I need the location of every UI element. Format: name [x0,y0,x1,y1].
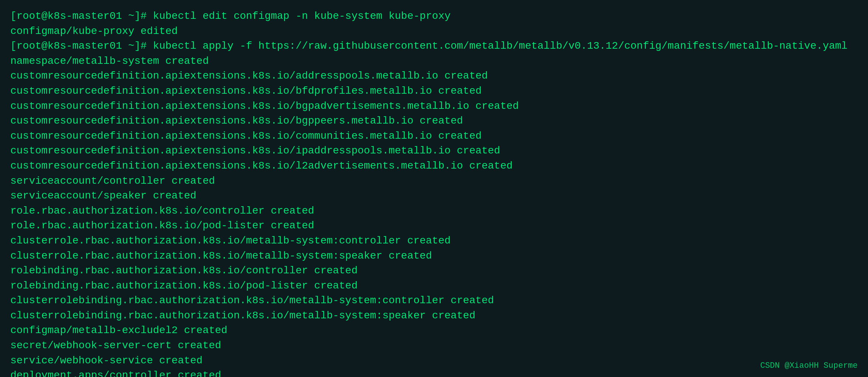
terminal-output: secret/webhook-server-cert created [10,338,858,353]
terminal-output: serviceaccount/controller created [10,174,858,189]
terminal-output: role.rbac.authorization.k8s.io/pod-liste… [10,218,858,234]
terminal-output: deployment.apps/controller created [10,368,858,377]
terminal-output: role.rbac.authorization.k8s.io/controlle… [10,204,858,219]
terminal-output: clusterrolebinding.rbac.authorization.k8… [10,293,858,308]
terminal-output: serviceaccount/speaker created [10,188,858,204]
terminal-output: namespace/metallb-system created [10,54,858,69]
terminal-output: customresourcedefinition.apiextensions.k… [10,114,858,129]
terminal-output: rolebinding.rbac.authorization.k8s.io/po… [10,279,858,294]
terminal-output: configmap/kube-proxy edited [10,24,858,39]
terminal-content: [root@k8s-master01 ~]# kubectl edit conf… [10,9,858,377]
terminal-output: customresourcedefinition.apiextensions.k… [10,69,858,84]
terminal-prompt: [root@k8s-master01 ~]# kubectl edit conf… [10,9,858,24]
terminal-output: clusterrole.rbac.authorization.k8s.io/me… [10,249,858,264]
terminal-output: customresourcedefinition.apiextensions.k… [10,143,858,159]
terminal-window: [root@k8s-master01 ~]# kubectl edit conf… [0,0,868,377]
terminal-output: customresourcedefinition.apiextensions.k… [10,84,858,99]
terminal-output: service/webhook-service created [10,353,858,369]
terminal-output: clusterrole.rbac.authorization.k8s.io/me… [10,234,858,249]
terminal-output: customresourcedefinition.apiextensions.k… [10,99,858,114]
terminal-output: clusterrolebinding.rbac.authorization.k8… [10,308,858,324]
terminal-output: customresourcedefinition.apiextensions.k… [10,159,858,174]
terminal-output: rolebinding.rbac.authorization.k8s.io/co… [10,263,858,279]
terminal-prompt: [root@k8s-master01 ~]# kubectl apply -f … [10,39,858,54]
terminal-output: configmap/metallb-excludel2 created [10,323,858,338]
watermark: CSDN @XiaoHH Superme [760,361,858,370]
terminal-output: customresourcedefinition.apiextensions.k… [10,129,858,144]
